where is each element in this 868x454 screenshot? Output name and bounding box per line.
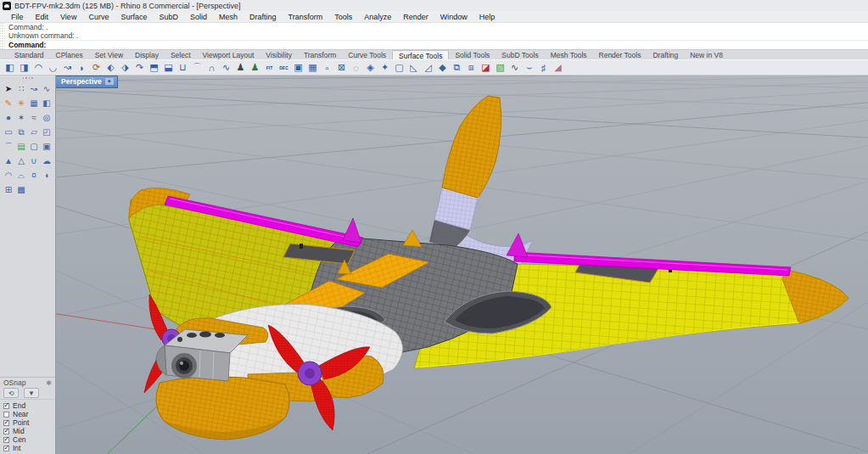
toolbar-tab[interactable]: Mesh Tools	[545, 50, 593, 59]
viewport-title-tab[interactable]: Perspective ▼	[56, 76, 118, 88]
cap-planar-icon[interactable]: ⊔	[176, 61, 190, 75]
tent-srf-icon[interactable]: ◆	[435, 61, 450, 75]
toolbar-tab[interactable]: Display	[129, 50, 165, 59]
menu-item[interactable]: Render	[397, 13, 434, 21]
swing-srf-icon[interactable]: ⌒	[3, 139, 15, 154]
curve-from-object-icon[interactable]: ↝	[60, 61, 75, 75]
drape-icon[interactable]: ⌒	[190, 61, 204, 75]
menu-item[interactable]: Help	[473, 13, 501, 21]
osnap-checkbox[interactable]	[3, 420, 9, 426]
command-grip[interactable]	[0, 23, 5, 49]
mesh-box-icon[interactable]: ◈	[363, 61, 378, 75]
drape-person-icon[interactable]: ♟	[233, 61, 248, 75]
osnap-checkbox[interactable]	[3, 437, 9, 443]
toolbar-tab[interactable]: Standard	[8, 50, 50, 59]
menu-item[interactable]: Drafting	[244, 13, 283, 21]
surface-plane-icon[interactable]: ◧	[41, 96, 53, 110]
loft-icon[interactable]: ◠	[31, 61, 46, 75]
crayon-icon[interactable]: ✎	[3, 96, 15, 110]
spray-icon[interactable]: ✶	[15, 110, 28, 125]
toolbar-tab[interactable]: Render Tools	[593, 50, 647, 59]
rainbow-sheet-icon[interactable]: ◪	[479, 61, 493, 75]
toolbar-tab[interactable]: Visibility	[260, 50, 298, 59]
surface-3pt-icon[interactable]: ◧	[3, 61, 17, 75]
sweep2-icon[interactable]: ⬗	[118, 61, 132, 75]
osnap-option[interactable]: Near	[3, 410, 55, 418]
ribbon-icon[interactable]: ∿	[219, 61, 233, 75]
vault-srf-icon[interactable]: ▢	[392, 61, 406, 75]
fit-srf-icon[interactable]: FIT	[262, 61, 277, 75]
pipe-icon[interactable]: ∩	[204, 61, 219, 75]
osnap-checkbox[interactable]	[3, 446, 9, 451]
hook-curve-icon[interactable]: ∪	[28, 154, 41, 168]
match-surface-icon[interactable]: ▣	[291, 61, 305, 75]
perspective-viewport[interactable]: Perspective ▼	[56, 76, 868, 454]
toolbar-tab[interactable]: SubD Tools	[496, 50, 544, 59]
toolbar-tab[interactable]: Surface Tools	[392, 50, 449, 59]
surface-corner-icon[interactable]: ◨	[17, 61, 31, 75]
revolve-icon[interactable]: ◗	[75, 61, 89, 75]
extrude-icon[interactable]: ⬒	[147, 61, 161, 75]
merge-surface-icon[interactable]: ▦	[305, 61, 320, 75]
fold-srf-icon[interactable]: ⧉	[450, 61, 464, 75]
drag-curve-icon[interactable]: ↝	[28, 81, 41, 96]
corner-patch-icon[interactable]: ◰	[41, 125, 53, 139]
picture-frame-icon[interactable]: ▫	[320, 61, 334, 75]
points-on-icon[interactable]: ∷	[15, 81, 28, 96]
toolbar-tab[interactable]: Solid Tools	[449, 50, 496, 59]
osnap-option[interactable]: Point	[3, 418, 55, 427]
osnap-checkbox[interactable]	[3, 429, 9, 434]
osnap-option[interactable]: Mid	[3, 427, 55, 435]
arc-blend-icon[interactable]: ◠	[3, 168, 15, 182]
menu-item[interactable]: Transform	[283, 13, 329, 21]
box-edit-icon[interactable]: ▧	[493, 61, 507, 75]
blend-curve-icon[interactable]: ≈	[28, 110, 41, 125]
edit-curve-icon[interactable]: ∿	[41, 81, 53, 96]
explode-icon[interactable]: ✳	[15, 96, 28, 110]
dome-icon[interactable]: ◖	[41, 168, 53, 182]
menu-item[interactable]: Curve	[82, 13, 115, 21]
hull-ribs-icon[interactable]: ♯	[536, 61, 551, 75]
extrude-taper-icon[interactable]: ⬓	[161, 61, 176, 75]
toolbar-tab[interactable]: Select	[165, 50, 197, 59]
cylinder-icon[interactable]: ▢	[28, 139, 41, 154]
chevron-down-icon[interactable]: ▼	[105, 78, 114, 85]
menu-item[interactable]: Window	[434, 13, 473, 21]
menu-item[interactable]: Solid	[184, 13, 213, 21]
truncated-cone-icon[interactable]: △	[15, 154, 28, 168]
toolbar-tab[interactable]: CPlanes	[50, 50, 89, 59]
osnap-filter-icon[interactable]: ▼	[24, 388, 39, 398]
heightfield-person-icon[interactable]: ♟	[248, 61, 262, 75]
menu-item[interactable]: Surface	[115, 13, 153, 21]
grid-srf-icon[interactable]: ⊞	[3, 182, 15, 197]
command-prompt[interactable]: Command:	[0, 40, 868, 49]
gear-icon[interactable]: ✱	[46, 379, 52, 387]
dashed-select-icon[interactable]: ◌	[349, 61, 363, 75]
osnap-option[interactable]: Int	[3, 444, 55, 452]
triangulate-icon[interactable]: ◺	[406, 61, 421, 75]
menu-item[interactable]: File	[5, 13, 30, 21]
planes-icon[interactable]: ⧉	[15, 125, 28, 139]
plane-icon[interactable]: ▭	[3, 125, 15, 139]
wing-srf-icon[interactable]: ◿	[421, 61, 435, 75]
tube-icon[interactable]: ▣	[41, 139, 53, 154]
lattice-icon[interactable]: ▩	[15, 182, 28, 197]
sphere-icon[interactable]: ●	[3, 110, 15, 125]
binoculars-icon[interactable]: ◎	[41, 110, 53, 125]
boundary-srf-icon[interactable]: ⊠	[334, 61, 349, 75]
loft-options-icon[interactable]: ◡	[46, 61, 60, 75]
osnap-option[interactable]: Cen	[3, 435, 55, 444]
toolbar-tab[interactable]: Curve Tools	[342, 50, 392, 59]
menu-item[interactable]: Mesh	[213, 13, 244, 21]
lamp-icon[interactable]: ¤	[28, 168, 41, 182]
mesh-plane-icon[interactable]: ▦	[28, 96, 41, 110]
osnap-checkbox[interactable]	[3, 412, 9, 418]
toolbar-tab[interactable]: Viewport Layout	[197, 50, 260, 59]
sweep1-icon[interactable]: ⬖	[104, 61, 118, 75]
viewport-3d-canvas[interactable]	[56, 76, 868, 454]
toolbar-tab[interactable]: New in V8	[684, 50, 729, 59]
cloud-icon[interactable]: ☁	[41, 154, 53, 168]
decrease-degree-icon[interactable]: DEC	[277, 61, 291, 75]
menu-item[interactable]: SubD	[153, 13, 184, 21]
display-icon[interactable]: ▤	[15, 139, 28, 154]
